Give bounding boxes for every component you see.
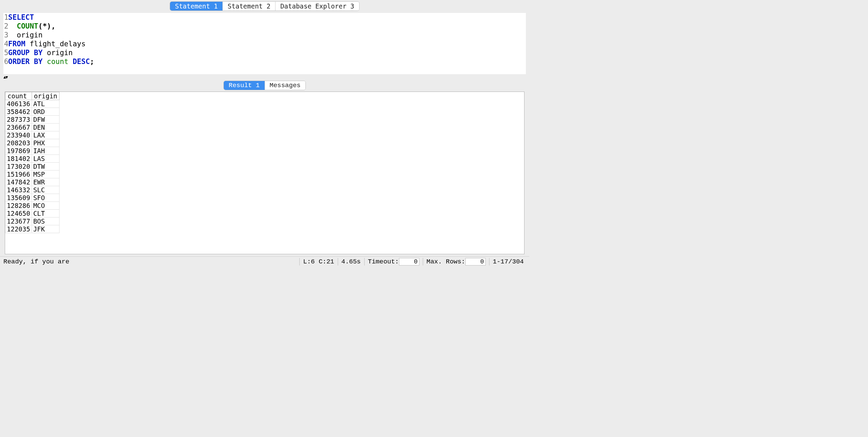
results-scroll[interactable]: countorigin 406136ATL358462ORD287373DFW2… [5, 92, 524, 254]
code-line: 5GROUP BY origin [3, 48, 526, 57]
table-row[interactable]: 146332SLC [5, 186, 60, 194]
table-row[interactable]: 197869IAH [5, 147, 60, 155]
table-row[interactable]: 122035JFK [5, 225, 60, 233]
table-row[interactable]: 287373DFW [5, 116, 60, 124]
code-line: 3 origin [3, 31, 526, 39]
cell-count: 197869 [5, 147, 32, 155]
table-row[interactable]: 358462ORD [5, 108, 60, 116]
timeout-input[interactable] [399, 258, 419, 265]
cell-count: 123677 [5, 217, 32, 225]
result-tab-bar: Result 1Messages [0, 80, 529, 91]
timeout-label: Timeout: [368, 258, 399, 265]
code-line: 4FROM flight_delays [3, 39, 526, 48]
cell-origin: ATL [32, 100, 60, 108]
cell-origin: DFW [32, 116, 60, 124]
table-row[interactable]: 181402LAS [5, 155, 60, 163]
cell-count: 173020 [5, 163, 32, 171]
cell-origin: JFK [32, 225, 60, 233]
splitter-handle[interactable]: ▲▼ [0, 75, 529, 80]
status-message: Ready, if you are [2, 258, 299, 265]
main-tab-2[interactable]: Database Explorer 3 [276, 2, 359, 11]
table-row[interactable]: 151966MSP [5, 171, 60, 178]
code-line: 2 COUNT(*), [3, 22, 526, 31]
code-line: 1SELECT [3, 13, 526, 22]
cell-origin: SFO [32, 194, 60, 202]
line-number: 2 [3, 22, 8, 31]
cell-count: 122035 [5, 225, 32, 233]
cell-origin: LAS [32, 155, 60, 163]
result-tab-1[interactable]: Messages [265, 81, 305, 90]
table-row[interactable]: 236667DEN [5, 124, 60, 131]
cell-count: 358462 [5, 108, 32, 116]
code-line: 6ORDER BY count DESC; [3, 57, 526, 66]
code-content: GROUP BY origin [8, 48, 73, 57]
table-row[interactable]: 128286MCO [5, 202, 60, 210]
line-number: 5 [3, 48, 8, 57]
cell-count: 208203 [5, 139, 32, 147]
maxrows-field: Max. Rows: [423, 258, 489, 265]
cell-origin: IAH [32, 147, 60, 155]
cell-count: 287373 [5, 116, 32, 124]
cursor-position: L:6 C:21 [299, 258, 337, 265]
code-content: FROM flight_delays [8, 39, 86, 48]
cell-origin: MSP [32, 171, 60, 178]
cell-count: 124650 [5, 210, 32, 217]
main-tab-0[interactable]: Statement 1 [170, 2, 223, 11]
line-number: 3 [3, 31, 8, 39]
cell-count: 233940 [5, 131, 32, 139]
column-header-origin[interactable]: origin [32, 92, 60, 100]
cell-count: 181402 [5, 155, 32, 163]
table-row[interactable]: 208203PHX [5, 139, 60, 147]
table-row[interactable]: 123677BOS [5, 217, 60, 225]
cell-origin: ORD [32, 108, 60, 116]
row-range: 1-17/304 [489, 258, 527, 265]
code-content: ORDER BY count DESC; [8, 57, 94, 66]
table-row[interactable]: 173020DTW [5, 163, 60, 171]
table-row[interactable]: 135609SFO [5, 194, 60, 202]
cell-count: 135609 [5, 194, 32, 202]
cell-origin: CLT [32, 210, 60, 217]
main-tab-bar: Statement 1Statement 2Database Explorer … [0, 0, 529, 11]
cell-origin: LAX [32, 131, 60, 139]
cell-count: 146332 [5, 186, 32, 194]
status-bar: Ready, if you are L:6 C:21 4.65s Timeout… [0, 256, 529, 266]
result-tab-group: Result 1Messages [223, 81, 305, 90]
cell-count: 147842 [5, 178, 32, 186]
cell-count: 236667 [5, 124, 32, 131]
table-row[interactable]: 406136ATL [5, 100, 60, 108]
timeout-field: Timeout: [364, 258, 423, 265]
code-content: COUNT(*), [8, 22, 55, 31]
line-number: 6 [3, 57, 8, 66]
table-row[interactable]: 147842EWR [5, 178, 60, 186]
cell-count: 406136 [5, 100, 32, 108]
cell-count: 128286 [5, 202, 32, 210]
cell-origin: BOS [32, 217, 60, 225]
code-content: SELECT [8, 13, 34, 22]
maxrows-label: Max. Rows: [427, 258, 465, 265]
line-number: 4 [3, 39, 8, 48]
sql-editor[interactable]: 1SELECT2 COUNT(*),3 origin4FROM flight_d… [3, 13, 526, 74]
maxrows-input[interactable] [465, 258, 486, 265]
table-row[interactable]: 124650CLT [5, 210, 60, 217]
line-number: 1 [3, 13, 8, 22]
cell-count: 151966 [5, 171, 32, 178]
cell-origin: EWR [32, 178, 60, 186]
cell-origin: MCO [32, 202, 60, 210]
main-tab-group: Statement 1Statement 2Database Explorer … [170, 1, 359, 11]
cell-origin: SLC [32, 186, 60, 194]
result-tab-0[interactable]: Result 1 [224, 81, 265, 90]
main-tab-1[interactable]: Statement 2 [223, 2, 276, 11]
results-panel: countorigin 406136ATL358462ORD287373DFW2… [5, 92, 524, 254]
results-table: countorigin 406136ATL358462ORD287373DFW2… [5, 92, 60, 233]
column-header-count[interactable]: count [5, 92, 32, 100]
code-content: origin [8, 31, 43, 39]
cell-origin: DTW [32, 163, 60, 171]
query-time: 4.65s [338, 258, 364, 265]
cell-origin: DEN [32, 124, 60, 131]
table-row[interactable]: 233940LAX [5, 131, 60, 139]
cell-origin: PHX [32, 139, 60, 147]
